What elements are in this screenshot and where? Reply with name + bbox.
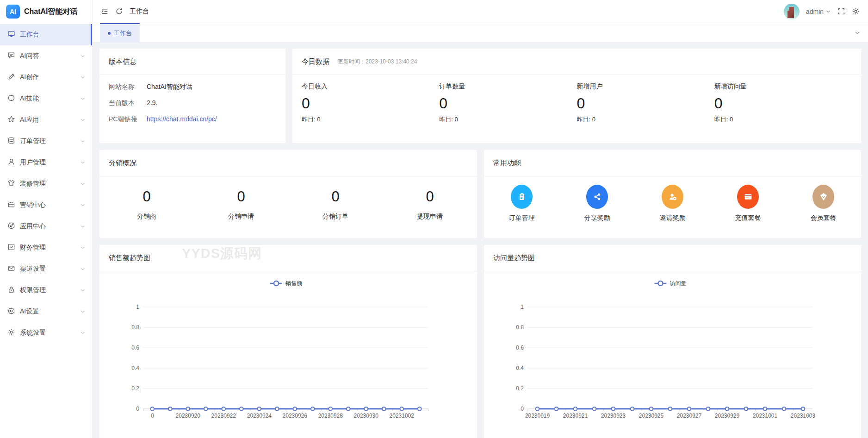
topbar: 工作台 admin: [93, 0, 868, 23]
chevron-down-icon: [80, 266, 86, 272]
svg-text:1: 1: [136, 304, 139, 310]
distribution-stat: 0分销申请: [194, 188, 288, 221]
sidebar-item-14[interactable]: 系统设置: [0, 322, 92, 344]
stat-yesterday: 昨日: 0: [439, 115, 577, 124]
version-row-value: ChatAI智能对话: [147, 83, 192, 91]
chevron-down-icon: [80, 309, 86, 314]
svg-text:20230930: 20230930: [354, 413, 379, 419]
tshirt-icon: [7, 179, 15, 188]
breadcrumb[interactable]: 工作台: [130, 7, 149, 16]
version-row-value: 2.9.: [147, 99, 157, 107]
sidebar-item-3[interactable]: AI技能: [0, 88, 92, 109]
chevron-down-icon: [80, 181, 86, 187]
sidebar-item-5[interactable]: 订单管理: [0, 131, 92, 152]
aperture-icon: [7, 307, 15, 316]
today-stat: 今日收入0昨日: 0: [302, 82, 439, 124]
svg-text:20230929: 20230929: [715, 413, 740, 419]
collapse-sidebar-icon[interactable]: [101, 7, 109, 15]
clipboard-icon: [511, 185, 533, 209]
version-row: PC端链接https://chat.mddai.cn/pc/: [109, 115, 276, 124]
sidebar-item-1[interactable]: AI问答: [0, 45, 92, 67]
sidebar-item-label: 权限管理: [20, 286, 46, 294]
quick-item-card[interactable]: 充值套餐: [710, 185, 786, 222]
quick-item-vip-badge[interactable]: 会员套餐: [786, 185, 861, 222]
svg-text:20231003: 20231003: [791, 413, 816, 419]
distribution-card: 分销概况 0分销商0分销申请0分销订单0提现申请: [99, 150, 477, 238]
stat-label: 新增访问量: [714, 82, 852, 91]
avatar[interactable]: [784, 4, 800, 19]
quick-item-label: 订单管理: [484, 214, 559, 222]
sales-trend-chart: 销售额00.20.40.60.8102023092020230922202309…: [99, 271, 477, 438]
svg-text:20230928: 20230928: [318, 413, 343, 419]
svg-text:0.4: 0.4: [516, 365, 524, 371]
visits-trend-card: 访问量趋势图 访问量00.20.40.60.812023091920230921…: [484, 245, 861, 438]
app-title: ChatAI智能对话: [24, 7, 78, 17]
stat-value: 0: [439, 95, 577, 112]
sidebar-item-10[interactable]: 财务管理: [0, 237, 92, 258]
stat-label: 分销订单: [288, 213, 383, 221]
svg-text:0.4: 0.4: [131, 365, 139, 371]
refresh-icon[interactable]: [115, 7, 123, 15]
sidebar-item-label: 装修管理: [20, 180, 46, 188]
sidebar-item-9[interactable]: 应用中心: [0, 216, 92, 237]
version-row: 当前版本2.9.: [109, 99, 276, 107]
visits-trend-chart: 访问量00.20.40.60.8120230919202309212023092…: [484, 271, 861, 438]
chart-legend: 访问量: [655, 280, 687, 287]
sidebar-item-12[interactable]: 权限管理: [0, 280, 92, 301]
sidebar-item-8[interactable]: 营销中心: [0, 194, 92, 216]
version-row-label: 当前版本: [109, 99, 147, 107]
stat-value: 0: [194, 188, 288, 205]
card-icon: [737, 185, 759, 209]
today-stat: 新增用户0昨日: 0: [577, 82, 714, 124]
tab-workbench[interactable]: 工作台: [100, 23, 140, 43]
chevron-down-icon: [80, 75, 86, 80]
svg-text:20230925: 20230925: [639, 413, 664, 419]
version-info-card: 版本信息 网站名称ChatAI智能对话当前版本2.9.PC端链接https://…: [99, 49, 285, 143]
lock-icon: [7, 286, 15, 295]
stat-value: 0: [714, 95, 852, 112]
quick-item-clipboard[interactable]: 订单管理: [484, 185, 559, 222]
chevron-down-icon: [80, 245, 86, 250]
sidebar-item-2[interactable]: AI创作: [0, 67, 92, 88]
svg-text:0.2: 0.2: [516, 385, 524, 392]
chevron-down-icon: [80, 96, 86, 101]
quick-item-share[interactable]: 分享奖励: [559, 185, 635, 222]
chevron-down-icon: [80, 202, 86, 208]
sidebar-item-0[interactable]: 工作台: [0, 24, 92, 45]
visits-chart-title: 访问量趋势图: [484, 245, 861, 271]
distribution-stat: 0分销订单: [288, 188, 383, 221]
sidebar-item-label: 工作台: [20, 31, 39, 39]
user-menu[interactable]: admin: [806, 8, 831, 15]
sidebar-item-11[interactable]: 渠道设置: [0, 258, 92, 280]
version-card-title: 版本信息: [99, 49, 285, 75]
svg-text:0: 0: [136, 406, 139, 412]
svg-text:20230926: 20230926: [283, 413, 308, 419]
svg-text:0.6: 0.6: [131, 344, 139, 351]
stat-label: 今日收入: [302, 82, 439, 91]
distribution-stat: 0分销商: [99, 188, 194, 221]
stat-label: 分销商: [99, 213, 194, 221]
chevron-down-icon: [80, 160, 86, 165]
chevron-down-icon: [80, 288, 86, 293]
svg-text:20230923: 20230923: [601, 413, 626, 419]
sidebar-item-4[interactable]: AI应用: [0, 109, 92, 131]
tabbar-chevron-down-icon[interactable]: [854, 30, 861, 36]
sidebar-item-6[interactable]: 用户管理: [0, 152, 92, 173]
today-stat: 新增访问量0昨日: 0: [714, 82, 852, 124]
svg-text:0: 0: [521, 406, 524, 412]
svg-text:20230922: 20230922: [211, 413, 236, 419]
settings-gear-icon[interactable]: [852, 7, 860, 15]
svg-text:20230921: 20230921: [563, 413, 588, 419]
svg-text:20230920: 20230920: [176, 413, 201, 419]
stat-yesterday: 昨日: 0: [302, 115, 439, 124]
fullscreen-icon[interactable]: [837, 7, 845, 15]
stat-value: 0: [302, 95, 439, 112]
quick-item-person-plus[interactable]: 邀请奖励: [635, 185, 710, 222]
pc-link[interactable]: https://chat.mddai.cn/pc/: [147, 115, 217, 124]
sidebar-item-label: AI应用: [20, 116, 39, 124]
sidebar-item-label: 用户管理: [20, 158, 46, 167]
version-row-label: PC端链接: [109, 115, 147, 124]
sidebar-item-7[interactable]: 装修管理: [0, 173, 92, 194]
svg-text:20230927: 20230927: [677, 413, 702, 419]
sidebar-item-13[interactable]: AI设置: [0, 301, 92, 322]
